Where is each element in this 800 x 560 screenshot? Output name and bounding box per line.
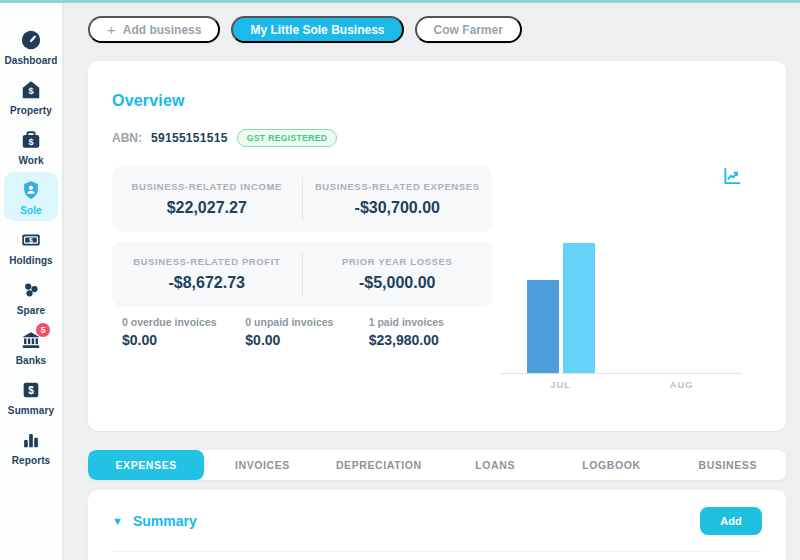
sidebar-item-property[interactable]: $ Property xyxy=(4,72,58,121)
invoice-value: $23,980.00 xyxy=(369,332,492,348)
sidebar-item-dashboard[interactable]: Dashboard xyxy=(4,22,58,71)
tab-loans[interactable]: LOANS xyxy=(437,450,553,480)
sidebar-item-banks[interactable]: 5 Banks xyxy=(4,322,58,371)
summary-title[interactable]: Summary xyxy=(133,513,197,529)
add-expense-button[interactable]: Add xyxy=(700,507,762,535)
invoice-label: 0 unpaid invoices xyxy=(245,316,368,328)
bar-group-aug xyxy=(621,188,742,373)
unpaid-invoices: 0 unpaid invoices $0.00 xyxy=(245,316,368,348)
chart-labels: JULAUG xyxy=(500,379,742,390)
sidebar-item-label: Reports xyxy=(12,455,50,466)
expense-row-advertising-marketing[interactable]: ▶ Advertising & Marketing -$330.00 xyxy=(112,551,762,560)
invoices-summary-row: 0 overdue invoices $0.00 0 unpaid invoic… xyxy=(112,316,492,348)
bar-chart-icon xyxy=(19,428,43,452)
tab-expenses[interactable]: EXPENSES xyxy=(88,450,204,480)
stat-value: -$30,700.00 xyxy=(311,199,485,217)
section-tabs: EXPENSES INVOICES DEPRECIATION LOANS LOG… xyxy=(88,450,786,480)
abn-value: 59155151515 xyxy=(151,131,228,145)
stat-value: -$5,000.00 xyxy=(311,274,485,292)
invoice-label: 0 overdue invoices xyxy=(122,316,245,328)
overdue-invoices: 0 overdue invoices $0.00 xyxy=(122,316,245,348)
business-switcher: + Add business My Little Sole Business C… xyxy=(88,16,786,43)
banknote-icon: $ xyxy=(19,228,43,252)
svg-text:$: $ xyxy=(29,237,33,245)
sidebar-item-label: Work xyxy=(18,155,43,166)
stat-business-related-income: BUSINESS-RELATED INCOME $22,027.27 xyxy=(112,175,302,223)
bar-group-jul xyxy=(500,188,621,373)
bar-income-jul xyxy=(527,280,559,373)
invoice-value: $0.00 xyxy=(245,332,368,348)
chart-category-label: JUL xyxy=(500,379,621,390)
gauge-icon xyxy=(19,28,43,52)
sidebar-item-label: Holdings xyxy=(9,255,53,266)
tab-logbook[interactable]: LOGBOOK xyxy=(553,450,669,480)
sidebar-item-label: Spare xyxy=(17,305,45,316)
summary-card: ▼ Summary Add ▶ Advertising & Marketing … xyxy=(88,490,786,560)
bar-expenses-jul xyxy=(563,243,595,373)
business-tab-my-little-sole-business[interactable]: My Little Sole Business xyxy=(231,16,403,43)
line-chart-toggle-icon[interactable] xyxy=(722,166,742,186)
banks-notification-badge: 5 xyxy=(36,323,50,337)
chevron-down-icon[interactable]: ▼ xyxy=(112,515,123,527)
paid-invoices: 1 paid invoices $23,980.00 xyxy=(369,316,492,348)
house-dollar-icon: $ xyxy=(19,78,43,102)
sidebar-item-label: Sole xyxy=(20,205,42,216)
overview-title: Overview xyxy=(112,92,754,110)
stats-column: BUSINESS-RELATED INCOME $22,027.27 BUSIN… xyxy=(112,166,492,390)
briefcase-dollar-icon: $ xyxy=(19,128,43,152)
business-tab-cow-farmer[interactable]: Cow Farmer xyxy=(415,16,522,43)
svg-text:$: $ xyxy=(28,137,33,147)
tab-depreciation[interactable]: DEPRECIATION xyxy=(321,450,437,480)
chart-plot xyxy=(500,188,742,374)
sidebar-item-work[interactable]: $ Work xyxy=(4,122,58,171)
sidebar: Dashboard $ Property $ Work Sole $ Holdi… xyxy=(0,0,62,560)
invoice-label: 1 paid invoices xyxy=(369,316,492,328)
overview-card: Overview ABN: 59155151515 GST REGISTERED… xyxy=(88,61,786,431)
main-content: + Add business My Little Sole Business C… xyxy=(62,0,800,560)
stat-prior-year-losses: PRIOR YEAR LOSSES -$5,000.00 xyxy=(303,250,493,298)
stat-label: BUSINESS-RELATED INCOME xyxy=(120,181,294,192)
tab-invoices[interactable]: INVOICES xyxy=(204,450,320,480)
sidebar-item-sole[interactable]: Sole xyxy=(4,172,58,221)
svg-text:$: $ xyxy=(28,385,34,396)
add-business-button[interactable]: + Add business xyxy=(88,16,220,43)
stat-label: BUSINESS-RELATED EXPENSES xyxy=(311,181,485,192)
income-expenses-chart: JULAUG xyxy=(500,166,754,390)
sidebar-item-label: Dashboard xyxy=(4,55,57,66)
plus-icon: + xyxy=(107,22,116,37)
sidebar-item-label: Banks xyxy=(16,355,47,366)
sidebar-item-holdings[interactable]: $ Holdings xyxy=(4,222,58,271)
stat-business-related-expenses: BUSINESS-RELATED EXPENSES -$30,700.00 xyxy=(303,175,493,223)
stat-label: PRIOR YEAR LOSSES xyxy=(311,256,485,267)
stat-label: BUSINESS-RELATED PROFIT xyxy=(120,256,294,267)
stat-card-income-expenses: BUSINESS-RELATED INCOME $22,027.27 BUSIN… xyxy=(112,166,492,232)
sidebar-item-summary[interactable]: $ Summary xyxy=(4,372,58,421)
add-business-label: Add business xyxy=(123,23,202,37)
shield-person-icon xyxy=(19,178,43,202)
chart-category-label: AUG xyxy=(621,379,742,390)
stat-value: -$8,672.73 xyxy=(120,274,294,292)
sidebar-item-reports[interactable]: Reports xyxy=(4,422,58,471)
tab-business[interactable]: BUSINESS xyxy=(670,450,786,480)
stat-business-related-profit: BUSINESS-RELATED PROFIT -$8,672.73 xyxy=(112,250,302,298)
abn-label: ABN: xyxy=(112,131,142,145)
sidebar-item-label: Summary xyxy=(8,405,54,416)
gst-registered-badge: GST REGISTERED xyxy=(237,129,338,147)
page-top-accent-line xyxy=(0,0,800,3)
dollar-square-icon: $ xyxy=(19,378,43,402)
invoice-value: $0.00 xyxy=(122,332,245,348)
cluster-icon xyxy=(19,278,43,302)
stat-value: $22,027.27 xyxy=(120,199,294,217)
stat-card-profit-losses: BUSINESS-RELATED PROFIT -$8,672.73 PRIOR… xyxy=(112,241,492,307)
bank-icon: 5 xyxy=(19,328,43,352)
sidebar-item-label: Property xyxy=(10,105,52,116)
abn-row: ABN: 59155151515 GST REGISTERED xyxy=(112,129,754,147)
sidebar-item-spare[interactable]: Spare xyxy=(4,272,58,321)
svg-text:$: $ xyxy=(28,86,33,96)
